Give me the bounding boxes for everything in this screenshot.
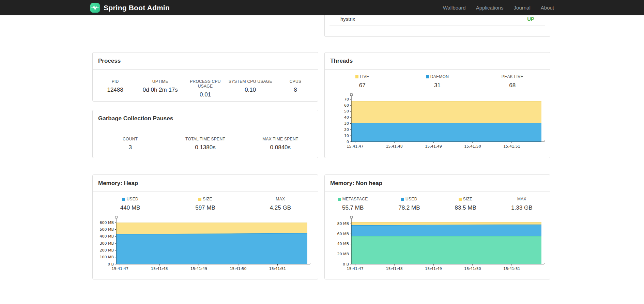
- svg-text:15:41:50: 15:41:50: [464, 267, 481, 271]
- stat-gc-count: COUNT 3: [93, 137, 168, 151]
- nonheap-panel-title: Memory: Non heap: [325, 175, 550, 192]
- threads-legend: LIVE 67 DAEMON 31 PEAK LIVE 68: [325, 74, 550, 91]
- process-panel-title: Process: [93, 52, 318, 70]
- legend-nonheap-used: USED 78.2 MB: [381, 197, 437, 213]
- stat-pid: PID 12488: [93, 79, 138, 98]
- used-swatch-icon: [122, 198, 125, 201]
- legend-metaspace: METASPACE 55.7 MB: [325, 197, 381, 213]
- svg-text:500 MB: 500 MB: [99, 227, 114, 232]
- svg-text:200 MB: 200 MB: [99, 248, 114, 253]
- brand-title: Spring Boot Admin: [104, 4, 170, 12]
- svg-text:0: 0: [347, 140, 349, 144]
- svg-text:20: 20: [344, 127, 349, 132]
- svg-text:0 B: 0 B: [108, 262, 114, 267]
- process-panel: Process PID 12488 UPTIME 0d 0h 2m 17s PR…: [92, 52, 318, 102]
- heap-legend: USED 440 MB SIZE 597 MB MAX 4.25 GB: [93, 197, 318, 213]
- legend-heap-used: USED 440 MB: [93, 197, 168, 213]
- svg-text:15:41:50: 15:41:50: [230, 267, 246, 271]
- svg-text:60 MB: 60 MB: [337, 232, 349, 236]
- svg-text:100 MB: 100 MB: [99, 255, 114, 259]
- nav-wallboard[interactable]: Wallboard: [443, 5, 466, 11]
- svg-text:15:41:48: 15:41:48: [386, 267, 402, 271]
- memory-nonheap-chart: 0 B20 MB40 MB60 MB80 MB15:41:4715:41:481…: [328, 216, 546, 274]
- nonheap-legend: METASPACE 55.7 MB USED 78.2 MB SIZE 83.5…: [325, 197, 550, 213]
- svg-text:0 B: 0 B: [343, 262, 349, 267]
- nav-links: Wallboard Applications Journal About: [443, 5, 554, 11]
- svg-text:300 MB: 300 MB: [99, 241, 114, 246]
- svg-text:20 MB: 20 MB: [337, 252, 349, 256]
- svg-text:80 MB: 80 MB: [337, 222, 349, 226]
- legend-live: LIVE 67: [325, 74, 400, 91]
- stat-uptime: UPTIME 0d 0h 2m 17s: [138, 79, 183, 98]
- heap-panel-title: Memory: Heap: [93, 175, 318, 192]
- gc-pauses-panel: Garbage Collection Pauses COUNT 3 TOTAL …: [92, 110, 318, 158]
- svg-text:10: 10: [344, 134, 349, 138]
- gc-stats: COUNT 3 TOTAL TIME SPENT 0.1380s MAX TIM…: [93, 137, 318, 151]
- svg-text:15:41:47: 15:41:47: [112, 267, 128, 271]
- live-swatch-icon: [355, 75, 358, 78]
- stat-process-cpu: PROCESS CPU USAGE 0.01: [183, 79, 228, 98]
- process-stats: PID 12488 UPTIME 0d 0h 2m 17s PROCESS CP…: [93, 79, 318, 98]
- threads-chart: 01020304050607015:41:4715:41:4815:41:491…: [328, 93, 546, 152]
- svg-text:15:41:48: 15:41:48: [151, 267, 168, 271]
- legend-daemon: DAEMON 31: [400, 74, 475, 91]
- svg-text:15:41:51: 15:41:51: [503, 267, 520, 271]
- gc-panel-title: Garbage Collection Pauses: [93, 110, 318, 127]
- memory-nonheap-panel: Memory: Non heap METASPACE 55.7 MB USED …: [324, 174, 550, 279]
- stat-system-cpu: SYSTEM CPU USAGE 0.10: [228, 79, 273, 98]
- svg-text:15:41:50: 15:41:50: [464, 144, 481, 149]
- svg-text:40 MB: 40 MB: [337, 242, 349, 246]
- legend-heap-size: SIZE 597 MB: [168, 197, 243, 213]
- svg-text:15:41:49: 15:41:49: [425, 267, 442, 271]
- svg-text:15:41:51: 15:41:51: [269, 267, 286, 271]
- svg-text:30: 30: [344, 121, 349, 126]
- application-name: hystrix: [340, 16, 355, 22]
- nav-about[interactable]: About: [541, 5, 554, 11]
- stat-gc-max-time: MAX TIME SPENT 0.0840s: [243, 137, 318, 151]
- size-swatch-icon: [198, 198, 201, 201]
- nav-journal[interactable]: Journal: [514, 5, 531, 11]
- svg-text:15:41:49: 15:41:49: [425, 144, 442, 149]
- spring-boot-admin-page: hystrix UP Process PID 12488 UPTIME 0d 0…: [0, 0, 644, 304]
- memory-heap-chart: 0 B100 MB200 MB300 MB400 MB500 MB600 MB1…: [96, 216, 314, 274]
- stat-cpus: CPUS 8: [273, 79, 318, 98]
- status-badge: UP: [527, 16, 534, 22]
- svg-text:70: 70: [344, 97, 349, 102]
- svg-text:15:41:49: 15:41:49: [190, 267, 207, 271]
- svg-text:40: 40: [344, 115, 349, 120]
- used-swatch-icon: [401, 198, 404, 201]
- svg-text:15:41:48: 15:41:48: [386, 144, 402, 149]
- brand-link[interactable]: Spring Boot Admin: [90, 3, 170, 13]
- svg-text:400 MB: 400 MB: [99, 234, 114, 239]
- svg-text:15:41:47: 15:41:47: [347, 144, 363, 149]
- daemon-swatch-icon: [426, 75, 429, 78]
- threads-panel: Threads LIVE 67 DAEMON 31 PEAK LIVE 68 0…: [324, 52, 550, 158]
- memory-heap-panel: Memory: Heap USED 440 MB SIZE 597 MB MAX…: [92, 174, 318, 279]
- stat-gc-total-time: TOTAL TIME SPENT 0.1380s: [168, 137, 243, 151]
- metaspace-swatch-icon: [338, 198, 341, 201]
- legend-heap-max: MAX 4.25 GB: [243, 197, 318, 213]
- size-swatch-icon: [459, 198, 462, 201]
- svg-text:600 MB: 600 MB: [99, 221, 114, 225]
- legend-nonheap-max: MAX 1.33 GB: [494, 197, 550, 213]
- svg-text:50: 50: [344, 109, 349, 113]
- legend-nonheap-size: SIZE 83.5 MB: [438, 197, 494, 213]
- threads-panel-title: Threads: [325, 52, 550, 70]
- svg-text:15:41:51: 15:41:51: [503, 144, 520, 149]
- spring-boot-admin-logo-icon: [90, 3, 100, 13]
- svg-text:15:41:47: 15:41:47: [347, 267, 363, 271]
- nav-applications[interactable]: Applications: [476, 5, 504, 11]
- top-navbar: Spring Boot Admin Wallboard Applications…: [0, 0, 644, 15]
- svg-text:60: 60: [344, 103, 349, 108]
- legend-peak-live: PEAK LIVE 68: [475, 74, 550, 91]
